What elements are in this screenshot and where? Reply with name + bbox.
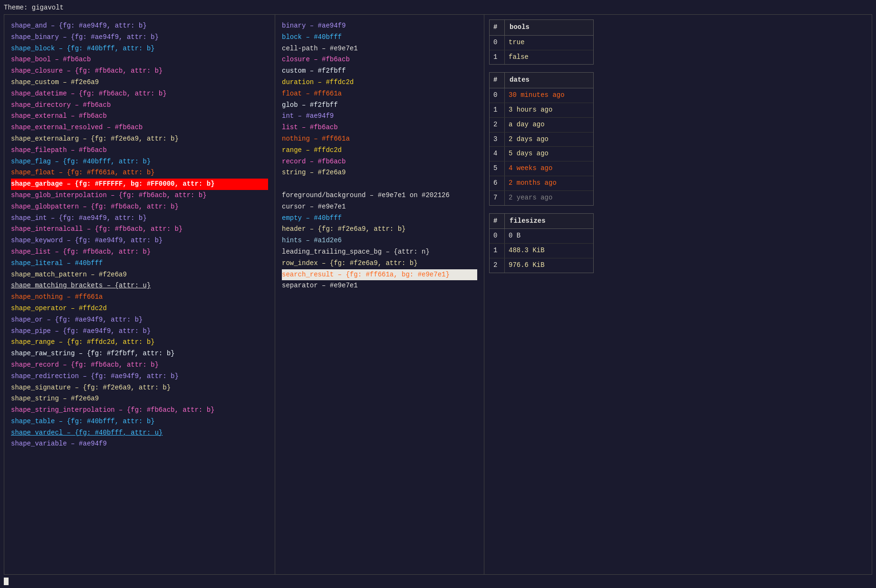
list-item: shape_table – {fg: #40bfff, attr: b} — [11, 416, 268, 427]
row-index: 0 — [490, 36, 505, 50]
list-item: cursor – #e9e7e1 — [282, 201, 477, 213]
row-index: 2 — [490, 118, 505, 132]
row-value: 4 weeks ago — [505, 161, 556, 176]
row-index: 5 — [490, 161, 505, 176]
list-item: shape_glob_interpolation – {fg: #fb6acb,… — [11, 190, 268, 201]
filesizes-hash-header: # — [490, 214, 505, 229]
list-item: shape_vardecl – {fg: #40bfff, attr: u} — [11, 427, 268, 439]
row-value: 3 hours ago — [505, 103, 556, 117]
table-row: 1false — [490, 50, 593, 65]
list-item: shape_int – {fg: #ae94f9, attr: b} — [11, 213, 268, 224]
list-item: string – #f2e6a9 — [282, 167, 477, 179]
list-item: cell-path – #e9e7e1 — [282, 43, 477, 55]
list-item: block – #40bfff — [282, 32, 477, 43]
list-item: shape_float – {fg: #ff661a, attr: b} — [11, 167, 268, 179]
row-value: 5 days ago — [505, 147, 552, 161]
row-value: 0 B — [505, 229, 524, 243]
filesizes-title: filesizes — [505, 214, 550, 229]
row-value: 488.3 KiB — [505, 244, 549, 258]
list-item: range – #ffdc2d — [282, 145, 477, 156]
list-item: duration – #ffdc2d — [282, 77, 477, 88]
table-row: 72 years ago — [490, 191, 593, 205]
list-item: shape_datetime – {fg: #fb6acb, attr: b} — [11, 88, 268, 100]
list-item: leading_trailing_space_bg – {attr: n} — [282, 247, 477, 258]
dates-title: dates — [505, 73, 534, 88]
bools-table: # bools 0true1false — [489, 19, 594, 65]
row-index: 7 — [490, 191, 505, 205]
dates-table: # dates 030 minutes ago13 hours ago2a da… — [489, 72, 594, 205]
list-item: list – #fb6acb — [282, 122, 477, 133]
row-value: 2 days ago — [505, 133, 552, 147]
list-item: shape_pipe – {fg: #ae94f9, attr: b} — [11, 326, 268, 337]
list-item: shape_operator – #ffdc2d — [11, 303, 268, 314]
list-item: shape_redirection – {fg: #ae94f9, attr: … — [11, 371, 268, 382]
filesizes-table: # filesizes 00 B1488.3 KiB2976.6 KiB — [489, 213, 594, 273]
list-item: shape_externalarg – {fg: #f2e6a9, attr: … — [11, 133, 268, 145]
list-item: nothing – #ff661a — [282, 133, 477, 145]
row-index: 0 — [490, 229, 505, 243]
table-row: 2a day ago — [490, 118, 593, 133]
row-value: a day ago — [505, 118, 549, 132]
list-item: binary – #ae94f9 — [282, 20, 477, 32]
table-row: 45 days ago — [490, 147, 593, 161]
list-item: separator – #e9e7e1 — [282, 280, 477, 292]
right-column: # bools 0true1false # dates 030 minutes … — [484, 15, 598, 574]
mid-column: binary – #ae94f9block – #40bfffcell-path… — [275, 15, 484, 574]
table-row: 13 hours ago — [490, 103, 593, 118]
list-item: custom – #f2fbff — [282, 66, 477, 77]
list-item: shape_external – #fb6acb — [11, 111, 268, 122]
list-item: glob – #f2fbff — [282, 100, 477, 111]
list-item: shape_keyword – {fg: #ae94f9, attr: b} — [11, 235, 268, 247]
bools-hash-header: # — [490, 20, 505, 35]
list-item: shape_literal – #40bfff — [11, 258, 268, 269]
list-item: shape_block – {fg: #40bfff, attr: b} — [11, 43, 268, 55]
list-item: shape_string_interpolation – {fg: #fb6ac… — [11, 405, 268, 416]
row-value: 976.6 KiB — [505, 258, 549, 273]
list-item: shape_string – #f2e6a9 — [11, 393, 268, 405]
list-item: shape_raw_string – {fg: #f2fbff, attr: b… — [11, 348, 268, 360]
list-item: shape_and – {fg: #ae94f9, attr: b} — [11, 20, 268, 32]
row-index: 1 — [490, 50, 505, 65]
table-row: 62 months ago — [490, 176, 593, 191]
cursor — [4, 578, 9, 585]
list-item: record – #fb6acb — [282, 156, 477, 168]
row-index: 4 — [490, 147, 505, 161]
list-item: shape_variable – #ae94f9 — [11, 438, 268, 450]
table-row: 2976.6 KiB — [490, 258, 593, 273]
list-item: foreground/background – #e9e7e1 on #2021… — [282, 190, 477, 201]
list-item: shape_garbage – {fg: #FFFFFF, bg: #FF000… — [11, 179, 268, 190]
list-item: shape_nothing – #ff661a — [11, 292, 268, 303]
row-index: 2 — [490, 258, 505, 273]
list-item: shape_or – {fg: #ae94f9, attr: b} — [11, 314, 268, 326]
list-item: shape_custom – #f2e6a9 — [11, 77, 268, 88]
row-index: 3 — [490, 133, 505, 147]
row-index: 6 — [490, 176, 505, 190]
list-item: closure – #fb6acb — [282, 54, 477, 66]
list-item: header – {fg: #f2e6a9, attr: b} — [282, 224, 477, 235]
table-row: 32 days ago — [490, 133, 593, 147]
list-item: shape_closure – {fg: #fb6acb, attr: b} — [11, 66, 268, 77]
list-item: shape_signature – {fg: #f2e6a9, attr: b} — [11, 382, 268, 394]
list-item: shape_list – {fg: #fb6acb, attr: b} — [11, 247, 268, 258]
list-item: shape_flag – {fg: #40bfff, attr: b} — [11, 156, 268, 168]
list-item: search_result – {fg: #ff661a, bg: #e9e7e… — [282, 269, 477, 281]
table-row: 0true — [490, 36, 593, 50]
table-row: 54 weeks ago — [490, 161, 593, 176]
row-value: 2 years ago — [505, 191, 556, 205]
list-item: shape_internalcall – {fg: #fb6acb, attr:… — [11, 224, 268, 235]
row-index: 0 — [490, 88, 505, 103]
table-row: 00 B — [490, 229, 593, 244]
list-item: shape_range – {fg: #ffdc2d, attr: b} — [11, 337, 268, 348]
row-index: 1 — [490, 244, 505, 258]
row-index: 1 — [490, 103, 505, 117]
list-item: int – #ae94f9 — [282, 111, 477, 122]
list-item: shape_matching_brackets – {attr: u} — [11, 280, 268, 292]
list-item: shape_directory – #fb6acb — [11, 100, 268, 111]
list-item: shape_bool – #fb6acb — [11, 54, 268, 66]
row-value: 30 minutes ago — [505, 88, 568, 103]
list-item: shape_record – {fg: #fb6acb, attr: b} — [11, 360, 268, 371]
left-column: shape_and – {fg: #ae94f9, attr: b}shape_… — [4, 15, 275, 574]
row-value: true — [505, 36, 529, 50]
list-item: row_index – {fg: #f2e6a9, attr: b} — [282, 258, 477, 269]
list-item: shape_binary – {fg: #ae94f9, attr: b} — [11, 32, 268, 43]
